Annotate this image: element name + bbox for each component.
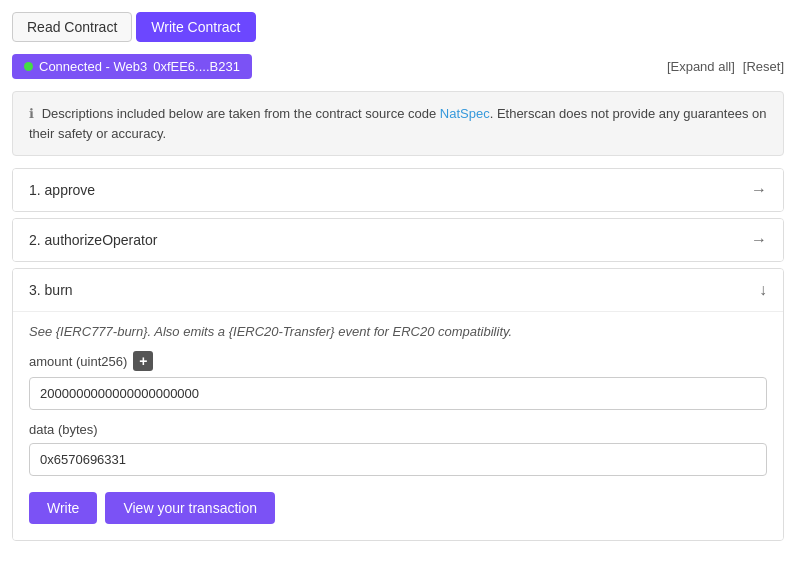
accordion-burn-label: 3. burn bbox=[29, 282, 73, 298]
accordion-burn-arrow: ↓ bbox=[759, 281, 767, 299]
accordion-authorize-operator-header[interactable]: 2. authorizeOperator → bbox=[13, 219, 783, 261]
accordion-approve-label: 1. approve bbox=[29, 182, 95, 198]
burn-description: See {IERC777-burn}. Also emits a {IERC20… bbox=[29, 324, 767, 339]
accordion-approve: 1. approve → bbox=[12, 168, 784, 212]
accordion-burn-header[interactable]: 3. burn ↓ bbox=[13, 269, 783, 311]
expand-all-link[interactable]: [Expand all] bbox=[667, 59, 735, 74]
info-text-before: Descriptions included below are taken fr… bbox=[42, 106, 440, 121]
expand-reset-row: [Expand all] [Reset] bbox=[667, 59, 784, 74]
amount-input[interactable] bbox=[29, 377, 767, 410]
action-buttons: Write View your transaction bbox=[29, 492, 767, 524]
connected-label: Connected - Web3 bbox=[39, 59, 147, 74]
amount-label-text: amount (uint256) bbox=[29, 354, 127, 369]
info-icon: ℹ bbox=[29, 106, 34, 121]
accordion-authorize-operator-label: 2. authorizeOperator bbox=[29, 232, 157, 248]
accordion-approve-header[interactable]: 1. approve → bbox=[13, 169, 783, 211]
tab-bar: Read Contract Write Contract bbox=[12, 12, 784, 42]
accordion-burn: 3. burn ↓ See {IERC777-burn}. Also emits… bbox=[12, 268, 784, 541]
connected-badge: Connected - Web3 0xfEE6....B231 bbox=[12, 54, 252, 79]
connected-address: 0xfEE6....B231 bbox=[153, 59, 240, 74]
data-field-label: data (bytes) bbox=[29, 422, 767, 437]
amount-plus-button[interactable]: + bbox=[133, 351, 153, 371]
reset-link[interactable]: [Reset] bbox=[743, 59, 784, 74]
connected-row: Connected - Web3 0xfEE6....B231 [Expand … bbox=[12, 54, 784, 79]
accordion-burn-body: See {IERC777-burn}. Also emits a {IERC20… bbox=[13, 311, 783, 540]
data-input[interactable] bbox=[29, 443, 767, 476]
info-box: ℹ Descriptions included below are taken … bbox=[12, 91, 784, 156]
accordion-authorize-operator: 2. authorizeOperator → bbox=[12, 218, 784, 262]
connected-dot bbox=[24, 62, 33, 71]
data-label-text: data (bytes) bbox=[29, 422, 98, 437]
tab-read-contract[interactable]: Read Contract bbox=[12, 12, 132, 42]
amount-field-label: amount (uint256) + bbox=[29, 351, 767, 371]
accordion-approve-arrow: → bbox=[751, 181, 767, 199]
tab-write-contract[interactable]: Write Contract bbox=[136, 12, 255, 42]
write-button[interactable]: Write bbox=[29, 492, 97, 524]
natspec-link[interactable]: NatSpec bbox=[440, 106, 490, 121]
accordion-authorize-operator-arrow: → bbox=[751, 231, 767, 249]
view-transaction-button[interactable]: View your transaction bbox=[105, 492, 275, 524]
